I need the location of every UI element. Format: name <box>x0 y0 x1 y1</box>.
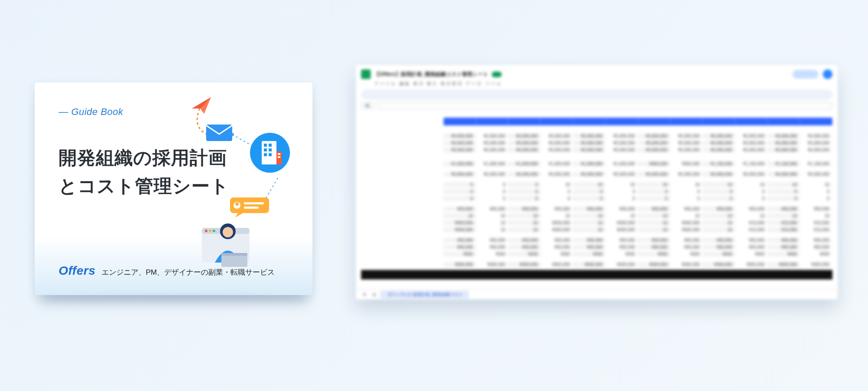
svg-point-16 <box>235 202 239 206</box>
svg-rect-17 <box>244 202 264 204</box>
paper-plane-icon <box>191 95 213 115</box>
sheet-tab[interactable]: 【テンプレ】採用計画_開発組織コスト <box>380 291 469 299</box>
brand-logo: Offers <box>59 264 95 278</box>
svg-rect-26 <box>221 254 247 267</box>
svg-rect-7 <box>264 148 267 151</box>
share-button[interactable] <box>792 70 819 79</box>
formula-bar[interactable] <box>378 102 832 109</box>
svg-rect-10 <box>269 153 272 156</box>
svg-point-22 <box>209 230 211 232</box>
svg-point-23 <box>213 230 215 232</box>
svg-point-25 <box>223 227 233 237</box>
sheet-grid[interactable]: ¥0,000,000¥0,000,000¥0,000,000¥0,000,000… <box>361 112 832 299</box>
svg-rect-6 <box>269 144 272 147</box>
brand-tagline: エンジニア、PM、デザイナーの副業・転職サービス <box>102 267 275 277</box>
guidebook-cover: Guide Book 開発組織の採用計画 とコスト管理シート Offers エン… <box>35 82 312 295</box>
cover-illustration <box>161 95 299 247</box>
section-row <box>361 125 832 132</box>
svg-rect-13 <box>278 156 280 158</box>
user-avatar[interactable] <box>823 69 832 79</box>
sheet-titlebar: 【Offers】採用計画_開発組織コスト管理シート <box>361 69 832 79</box>
svg-rect-12 <box>278 153 280 155</box>
svg-rect-9 <box>264 153 267 156</box>
svg-rect-8 <box>269 148 272 151</box>
building-icon <box>250 132 291 174</box>
sheet-menubar[interactable]: ファイル 編集 表示 挿入 表示形式 データ ツール <box>374 81 832 87</box>
month-header-row <box>361 118 832 125</box>
svg-rect-27 <box>221 253 247 256</box>
spreadsheet-preview: 【Offers】採用計画_開発組織コスト管理シート ファイル 編集 表示 挿入 … <box>356 65 838 299</box>
all-sheets-icon[interactable]: ≡ <box>372 291 376 298</box>
person-laptop-icon <box>197 215 263 267</box>
svg-point-21 <box>205 230 207 232</box>
sheet-status-chip <box>492 72 502 77</box>
total-row <box>361 271 832 278</box>
sheet-tabbar[interactable]: ＋ ≡ 【テンプレ】採用計画_開発組織コスト <box>356 289 838 299</box>
sheets-logo-icon <box>361 69 371 79</box>
sheet-toolbar[interactable] <box>361 89 832 100</box>
svg-rect-2 <box>206 125 232 141</box>
svg-rect-18 <box>244 207 259 209</box>
svg-rect-5 <box>264 144 267 147</box>
envelope-icon <box>204 119 234 143</box>
sheet-doc-title: 【Offers】採用計画_開発組織コスト管理シート <box>374 71 488 78</box>
add-sheet-icon[interactable]: ＋ <box>361 290 368 299</box>
name-box[interactable]: A1 <box>361 102 374 109</box>
cell-reference[interactable]: A1 <box>361 102 832 109</box>
